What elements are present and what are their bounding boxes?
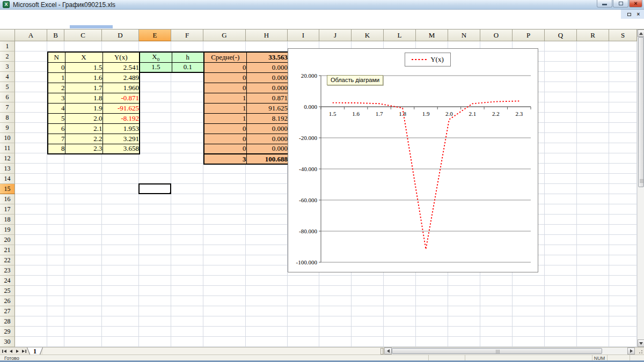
row-header-9[interactable]: 9 [0,123,15,133]
cell-H5[interactable]: 0.000 [246,83,288,93]
column-header-M[interactable]: M [416,29,448,41]
row-header-2[interactable]: 2 [0,51,15,62]
cell-H2[interactable]: 33.563 [246,52,288,62]
cell-H6[interactable]: 0.871 [246,93,288,103]
cell-header-X[interactable]: X0 [140,52,172,62]
cell-C8[interactable]: 2.0 [65,113,103,123]
column-header-E[interactable]: E [139,29,171,41]
cell-C9[interactable]: 2.1 [65,123,103,134]
row-header-5[interactable]: 5 [0,82,15,92]
cell-B9[interactable]: 6 [48,123,65,134]
cell-D7[interactable]: -91.625 [103,103,140,113]
column-header-J[interactable]: J [319,29,352,41]
row-header-24[interactable]: 24 [0,276,15,286]
column-header-P[interactable]: P [513,29,545,41]
cell-C6[interactable]: 1.8 [65,93,103,103]
cell-header-Y(x)[interactable]: Y(x) [103,52,140,62]
scroll-left-button[interactable] [384,348,392,354]
vertical-scrollbar[interactable] [637,29,644,347]
scroll-down-button[interactable] [638,339,644,347]
cell-G4[interactable]: 0 [204,72,246,83]
column-header-R[interactable]: R [577,29,609,41]
row-header-14[interactable]: 14 [0,174,15,184]
cell-G5[interactable]: 0 [204,83,246,93]
row-header-29[interactable]: 29 [0,327,15,337]
cell-G2[interactable]: Средне(-) [204,52,246,62]
column-header-H[interactable]: H [246,29,288,41]
cell-H3[interactable]: 0.000 [246,62,288,72]
cell-C4[interactable]: 1.6 [65,72,103,83]
column-header-D[interactable]: D [102,29,139,41]
summary-table[interactable]: Средне(-)33.56300.00000.00000.00010.8711… [203,51,289,165]
cell-C7[interactable]: 1.9 [65,103,103,113]
cell-C3[interactable]: 1.5 [65,62,103,72]
cell-G7[interactable]: 1 [204,103,246,113]
params-table[interactable]: X0h1.50.1 [139,51,204,73]
cell-D10[interactable]: 3.291 [103,134,140,144]
row-header-22[interactable]: 22 [0,255,15,265]
row-header-28[interactable]: 28 [0,316,15,327]
cell-H4[interactable]: 0.000 [246,72,288,83]
cell-H8[interactable]: 8.192 [246,113,288,123]
workbook-close-button[interactable]: × [635,11,642,18]
select-all-corner[interactable] [0,29,15,41]
cell-D4[interactable]: 2.489 [103,72,140,83]
row-header-18[interactable]: 18 [0,215,15,225]
close-button[interactable]: × [629,0,642,8]
data-table-nxy[interactable]: NXY(x)01.52.54111.62.48921.71.96031.8-0.… [47,51,140,154]
column-header-C[interactable]: C [64,29,102,41]
row-header-10[interactable]: 10 [0,133,15,143]
row-header-15[interactable]: 15 [0,184,15,194]
chart-legend[interactable]: Y(x) [405,53,451,67]
cell-G11[interactable]: 0 [204,144,246,154]
row-header-11[interactable]: 11 [0,143,15,153]
row-header-16[interactable]: 16 [0,194,15,204]
prev-sheet-button[interactable] [8,348,14,354]
cell-G3[interactable]: 0 [204,62,246,72]
column-header-F[interactable]: F [171,29,203,41]
cell-D3[interactable]: 2.541 [103,62,140,72]
vertical-scroll-thumb[interactable] [638,37,644,187]
row-header-3[interactable]: 3 [0,62,15,72]
cell-G6[interactable]: 1 [204,93,246,103]
cell-B5[interactable]: 2 [48,83,65,93]
row-header-23[interactable]: 23 [0,265,15,276]
scroll-right-button[interactable] [627,348,635,354]
row-header-12[interactable]: 12 [0,153,15,164]
horizontal-scroll-thumb[interactable] [392,348,602,354]
row-header-30[interactable]: 30 [0,337,15,347]
cell-F3[interactable]: 0.1 [172,62,204,72]
row-header-4[interactable]: 4 [0,72,15,82]
cell-D6[interactable]: -0.871 [103,93,140,103]
cell-B3[interactable]: 0 [48,62,65,72]
sheet-tab-1[interactable]: 1 [27,348,43,355]
workbook-restore-button[interactable] [626,11,633,18]
resize-grip[interactable] [635,348,644,355]
restore-button[interactable] [613,0,628,8]
cell-B11[interactable]: 8 [48,144,65,154]
cell-D9[interactable]: 1.953 [103,123,140,134]
column-header-A[interactable]: A [15,29,47,41]
minimize-button[interactable] [597,0,612,8]
cell-G9[interactable]: 0 [204,123,246,134]
row-header-1[interactable]: 1 [0,41,15,51]
column-header-S[interactable]: S [609,29,637,41]
row-header-20[interactable]: 20 [0,235,15,245]
cell-header-N[interactable]: N [48,52,65,62]
cell-B7[interactable]: 4 [48,103,65,113]
cell-B10[interactable]: 7 [48,134,65,144]
next-sheet-button[interactable] [14,348,20,354]
row-header-6[interactable]: 6 [0,92,15,102]
active-cell-cursor[interactable] [138,183,171,194]
column-header-I[interactable]: I [288,29,319,41]
cell-B6[interactable]: 3 [48,93,65,103]
cell-D5[interactable]: 1.960 [103,83,140,93]
cell-G8[interactable]: 1 [204,113,246,123]
row-header-8[interactable]: 8 [0,113,15,123]
chart[interactable]: 20.0000.000-20.000-40.000-60.000-80.000-… [288,48,538,272]
cell-header-X[interactable]: X [65,52,103,62]
scroll-up-button[interactable] [638,29,644,37]
row-header-25[interactable]: 25 [0,286,15,296]
row-header-21[interactable]: 21 [0,245,15,255]
column-header-G[interactable]: G [203,29,246,41]
